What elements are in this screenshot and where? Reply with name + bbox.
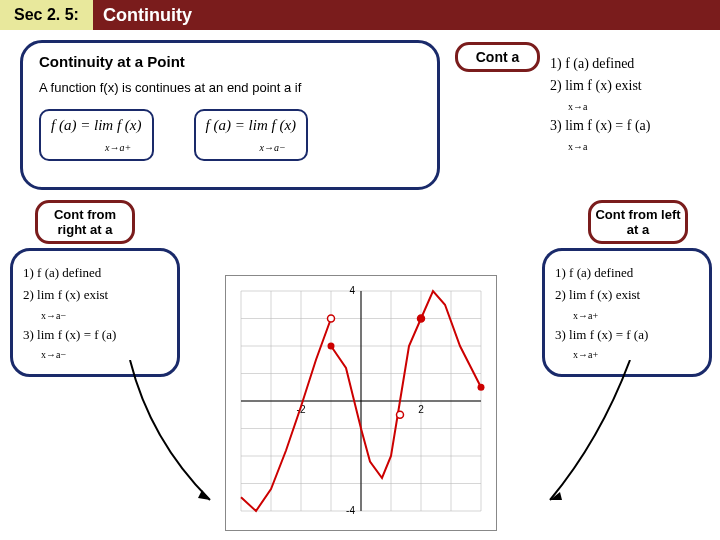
cont-right-label: Cont from right at a — [35, 200, 135, 244]
box-text: A function f(x) is continues at an end p… — [39, 80, 421, 95]
cond-l-2: 2) lim f (x) exist x→a− — [23, 287, 167, 321]
cond-r-2-sub: x→a+ — [573, 310, 598, 321]
section-title: Continuity — [103, 5, 192, 26]
svg-text:-4: -4 — [346, 505, 355, 516]
svg-text:2: 2 — [418, 404, 424, 415]
cond-l-2-sub: x→a− — [41, 310, 66, 321]
conditions-right-panel: 1) f (a) defined 2) lim f (x) exist x→a+… — [542, 248, 712, 377]
svg-text:4: 4 — [349, 285, 355, 296]
equation-left: f (a) = lim f (x) x→a+ — [39, 109, 154, 161]
section-label: Sec 2. 5: — [0, 0, 93, 30]
graph: -22-44 — [225, 275, 497, 531]
svg-point-30 — [478, 384, 485, 391]
cont-left-label: Cont from left at a — [588, 200, 688, 244]
cond-l-3: 3) lim f (x) = f (a) x→a− — [23, 327, 167, 361]
continuity-point-box: Continuity at a Point A function f(x) is… — [20, 40, 440, 190]
svg-point-31 — [397, 411, 404, 418]
cont-a-label: Cont a — [455, 42, 540, 72]
equation-right: f (a) = lim f (x) x→a− — [194, 109, 309, 161]
cond-a-2-sub: x→a — [568, 101, 587, 112]
cond-a-3-sub: x→a — [568, 141, 587, 152]
cond-l-3-text: 3) lim f (x) = f (a) — [23, 327, 116, 342]
conditions-a: 1) f (a) defined 2) lim f (x) exist x→a … — [550, 50, 710, 158]
cond-r-3-sub: x→a+ — [573, 349, 598, 360]
cond-a-2-text: 2) lim f (x) exist — [550, 78, 642, 93]
svg-point-27 — [328, 343, 335, 350]
cond-r-2: 2) lim f (x) exist x→a+ — [555, 287, 699, 321]
arrow-right-icon — [540, 360, 650, 510]
cond-a-3: 3) lim f (x) = f (a) x→a — [550, 118, 710, 152]
svg-marker-0 — [198, 490, 210, 500]
cond-l-3-sub: x→a− — [41, 349, 66, 360]
cond-a-1: 1) f (a) defined — [550, 56, 710, 72]
box-title: Continuity at a Point — [39, 53, 421, 70]
svg-point-29 — [418, 315, 425, 322]
cond-l-2-text: 2) lim f (x) exist — [23, 287, 108, 302]
eq-right-text: f (a) = lim f (x) — [206, 117, 297, 133]
cond-a-3-text: 3) lim f (x) = f (a) — [550, 118, 650, 133]
cond-l-1: 1) f (a) defined — [23, 265, 167, 281]
conditions-left-panel: 1) f (a) defined 2) lim f (x) exist x→a−… — [10, 248, 180, 377]
eq-left-sub: x→a+ — [105, 142, 131, 153]
cond-r-3: 3) lim f (x) = f (a) x→a+ — [555, 327, 699, 361]
svg-point-26 — [328, 315, 335, 322]
cond-r-3-text: 3) lim f (x) = f (a) — [555, 327, 648, 342]
cond-a-2: 2) lim f (x) exist x→a — [550, 78, 710, 112]
arrow-left-icon — [120, 360, 230, 510]
header: Sec 2. 5: Continuity — [0, 0, 720, 30]
equation-row: f (a) = lim f (x) x→a+ f (a) = lim f (x)… — [39, 109, 421, 161]
cond-r-1: 1) f (a) defined — [555, 265, 699, 281]
graph-svg: -22-44 — [226, 276, 496, 526]
cond-r-2-text: 2) lim f (x) exist — [555, 287, 640, 302]
eq-right-sub: x→a− — [260, 142, 286, 153]
eq-left-text: f (a) = lim f (x) — [51, 117, 142, 133]
